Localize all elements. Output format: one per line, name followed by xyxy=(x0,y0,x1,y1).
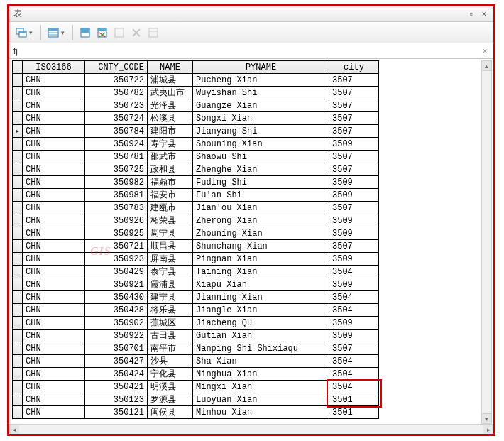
table-row[interactable]: CHN350722浦城县Pucheng Xian3507 xyxy=(13,74,379,87)
cell[interactable]: CHN xyxy=(23,202,85,214)
cell[interactable]: Zhouning Xian xyxy=(193,227,329,240)
scroll-right-icon[interactable]: ▸ xyxy=(483,425,493,434)
cell[interactable]: 3507 xyxy=(329,151,379,163)
cell[interactable]: 政和县 xyxy=(148,163,193,176)
row-selector[interactable] xyxy=(13,240,23,253)
cell[interactable]: Jiacheng Qu xyxy=(193,317,329,330)
cell[interactable]: 3507 xyxy=(329,99,379,112)
cell[interactable]: Mingxi Xian xyxy=(193,381,329,393)
cell[interactable]: 350925 xyxy=(85,227,148,240)
cell[interactable]: 3504 xyxy=(329,368,379,381)
cell[interactable]: 350721 xyxy=(85,240,148,253)
cell[interactable]: 350922 xyxy=(85,330,148,342)
cell[interactable]: 邵武市 xyxy=(148,151,193,163)
cell[interactable]: 350924 xyxy=(85,138,148,151)
cell[interactable]: 光泽县 xyxy=(148,99,193,112)
row-selector[interactable] xyxy=(13,291,23,304)
cell[interactable]: CHN xyxy=(23,214,85,227)
table-row[interactable]: CHN350424宁化县Ninghua Xian3504 xyxy=(13,368,379,381)
cell[interactable]: Shouning Xian xyxy=(193,138,329,151)
table-row[interactable]: CHN350921霞浦县Xiapu Xian3509 xyxy=(13,278,379,291)
cell[interactable]: 350725 xyxy=(85,163,148,176)
cell[interactable]: Wuyishan Shi xyxy=(193,87,329,99)
cell[interactable]: 3501 xyxy=(329,393,379,406)
cell[interactable]: 古田县 xyxy=(148,330,193,342)
cell[interactable]: 福鼎市 xyxy=(148,176,193,189)
dropdown-icon[interactable]: ▾ xyxy=(29,29,35,36)
cell[interactable]: Luoyuan Xian xyxy=(193,393,329,406)
table-row[interactable]: CHN350781邵武市Shaowu Shi3507 xyxy=(13,151,379,163)
cell[interactable]: CHN xyxy=(23,87,85,99)
cell[interactable]: 建阳市 xyxy=(148,125,193,138)
cell[interactable]: CHN xyxy=(23,240,85,253)
cell[interactable]: CHN xyxy=(23,163,85,176)
select-by-attributes-icon[interactable] xyxy=(45,25,61,40)
cell[interactable]: 350430 xyxy=(85,291,148,304)
cell[interactable]: 3509 xyxy=(329,330,379,342)
row-selector[interactable] xyxy=(13,393,23,406)
table-row[interactable]: CHN350724松溪县Songxi Xian3507 xyxy=(13,112,379,125)
cell[interactable]: 泰宁县 xyxy=(148,266,193,278)
table-row[interactable]: CHN350982福鼎市Fuding Shi3509 xyxy=(13,176,379,189)
row-selector[interactable] xyxy=(13,406,23,419)
row-selector[interactable]: ▸ xyxy=(13,125,23,138)
clear-selection-icon[interactable] xyxy=(94,25,110,40)
cell[interactable]: 霞浦县 xyxy=(148,278,193,291)
scroll-left-icon[interactable]: ◂ xyxy=(9,425,19,434)
cell[interactable]: 3504 xyxy=(329,266,379,278)
cell[interactable]: 350427 xyxy=(85,355,148,368)
cell[interactable]: 350784 xyxy=(85,125,148,138)
related-tables-icon[interactable] xyxy=(13,25,29,40)
cell[interactable]: Minhou Xian xyxy=(193,406,329,419)
table-row[interactable]: CHN350926柘荣县Zherong Xian3509 xyxy=(13,214,379,227)
cell[interactable]: 3507 xyxy=(329,163,379,176)
cell[interactable]: 将乐县 xyxy=(148,304,193,317)
row-selector[interactable] xyxy=(13,253,23,266)
cell[interactable]: CHN xyxy=(23,342,85,355)
restore-button[interactable]: ▫ xyxy=(466,9,476,19)
table-row[interactable]: CHN350701南平市Nanping Shi Shixiaqu3507 xyxy=(13,342,379,355)
cell[interactable]: Shunchang Xian xyxy=(193,240,329,253)
table-row[interactable]: CHN350430建宁县Jianning Xian3504 xyxy=(13,291,379,304)
cell[interactable]: 350722 xyxy=(85,74,148,87)
cell[interactable]: 周宁县 xyxy=(148,227,193,240)
cell[interactable]: Zhenghe Xian xyxy=(193,163,329,176)
cell[interactable]: CHN xyxy=(23,266,85,278)
cell[interactable]: 福安市 xyxy=(148,189,193,202)
cell[interactable]: 宁化县 xyxy=(148,368,193,381)
cell[interactable]: 350783 xyxy=(85,202,148,214)
row-selector[interactable] xyxy=(13,317,23,330)
row-selector[interactable] xyxy=(13,99,23,112)
row-selector[interactable] xyxy=(13,368,23,381)
table-row[interactable]: CHN350725政和县Zhenghe Xian3507 xyxy=(13,163,379,176)
cell[interactable]: 沙县 xyxy=(148,355,193,368)
cell[interactable]: 350923 xyxy=(85,253,148,266)
cell[interactable]: Gutian Xian xyxy=(193,330,329,342)
cell[interactable]: CHN xyxy=(23,99,85,112)
cell[interactable]: 南平市 xyxy=(148,342,193,355)
cell[interactable]: 蕉城区 xyxy=(148,317,193,330)
cell[interactable]: 350121 xyxy=(85,406,148,419)
row-selector[interactable] xyxy=(13,138,23,151)
cell[interactable]: 3507 xyxy=(329,87,379,99)
cell[interactable]: 3507 xyxy=(329,342,379,355)
table-row[interactable]: CHN350924寿宁县Shouning Xian3509 xyxy=(13,138,379,151)
cell[interactable]: 350723 xyxy=(85,99,148,112)
cell[interactable]: CHN xyxy=(23,317,85,330)
column-header[interactable]: CNTY_CODE xyxy=(85,61,148,74)
table-row[interactable]: CHN350427沙县Sha Xian3504 xyxy=(13,355,379,368)
row-selector[interactable] xyxy=(13,342,23,355)
cell[interactable]: 3509 xyxy=(329,253,379,266)
cell[interactable]: 3509 xyxy=(329,176,379,189)
cell[interactable]: 3509 xyxy=(329,189,379,202)
cell[interactable]: 350782 xyxy=(85,87,148,99)
cell[interactable]: 3501 xyxy=(329,406,379,419)
table-row[interactable]: CHN350723光泽县Guangze Xian3507 xyxy=(13,99,379,112)
row-selector[interactable] xyxy=(13,176,23,189)
cell[interactable]: Nanping Shi Shixiaqu xyxy=(193,342,329,355)
cell[interactable]: CHN xyxy=(23,189,85,202)
row-selector[interactable] xyxy=(13,227,23,240)
cell[interactable]: Jianning Xian xyxy=(193,291,329,304)
cell[interactable]: 3509 xyxy=(329,138,379,151)
cell[interactable]: 寿宁县 xyxy=(148,138,193,151)
